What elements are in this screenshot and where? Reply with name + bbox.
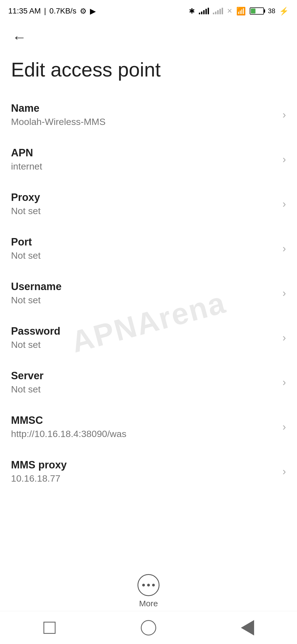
settings-label-proxy: Proxy	[11, 192, 277, 203]
settings-icon: ⚙	[80, 7, 87, 16]
settings-item-username[interactable]: Username Not set ›	[0, 271, 297, 315]
back-arrow-icon: ←	[12, 29, 26, 45]
settings-item-password[interactable]: Password Not set ›	[0, 315, 297, 360]
chevron-right-icon-mmsc: ›	[282, 421, 286, 433]
settings-label-username: Username	[11, 281, 277, 293]
speed-display: 0.7KB/s	[50, 7, 76, 15]
more-button[interactable]: More	[138, 574, 160, 608]
camera-icon: ▶	[90, 7, 96, 16]
settings-label-password: Password	[11, 325, 277, 337]
settings-item-content-server: Server Not set	[11, 370, 277, 395]
chevron-right-icon-username: ›	[282, 287, 286, 299]
back-nav-button[interactable]	[231, 617, 264, 639]
settings-item-content-proxy: Proxy Not set	[11, 192, 277, 216]
settings-item-proxy[interactable]: Proxy Not set ›	[0, 182, 297, 226]
more-label: More	[139, 599, 158, 608]
battery-percent: 38	[268, 7, 275, 15]
settings-label-server: Server	[11, 370, 277, 382]
chevron-right-icon-apn: ›	[282, 154, 286, 165]
settings-value-port: Not set	[11, 250, 277, 261]
settings-label-name: Name	[11, 102, 277, 114]
chevron-right-icon-name: ›	[282, 109, 286, 121]
more-dot-1	[142, 584, 145, 586]
settings-item-content-mms-proxy: MMS proxy 10.16.18.77	[11, 459, 277, 484]
time-display: 11:35 AM	[8, 7, 41, 15]
more-dot-2	[147, 584, 150, 586]
more-circle-icon	[138, 574, 160, 596]
bottom-nav	[0, 611, 297, 644]
settings-value-mmsc: http://10.16.18.4:38090/was	[11, 429, 277, 439]
home-icon	[141, 620, 156, 635]
settings-value-apn: internet	[11, 161, 277, 172]
status-bar: 11:35 AM | 0.7KB/s ⚙ ▶ ✱ ✕ 📶 38 ⚡	[0, 0, 297, 22]
settings-label-port: Port	[11, 236, 277, 248]
back-nav-icon	[241, 620, 254, 635]
settings-value-mms-proxy: 10.16.18.77	[11, 473, 277, 484]
settings-label-mms-proxy: MMS proxy	[11, 459, 277, 471]
settings-value-name: Moolah-Wireless-MMS	[11, 116, 277, 127]
signal-bars-2	[213, 8, 223, 14]
settings-item-content-port: Port Not set	[11, 236, 277, 261]
battery-icon	[250, 7, 264, 15]
chevron-right-icon-port: ›	[282, 243, 286, 255]
settings-item-name[interactable]: Name Moolah-Wireless-MMS ›	[0, 92, 297, 137]
chevron-right-icon-proxy: ›	[282, 198, 286, 210]
page-title: Edit access point	[11, 58, 286, 81]
settings-item-content-name: Name Moolah-Wireless-MMS	[11, 102, 277, 127]
more-dot-3	[152, 584, 155, 586]
settings-item-content-password: Password Not set	[11, 325, 277, 350]
settings-label-mmsc: MMSC	[11, 414, 277, 426]
settings-item-mms-proxy[interactable]: MMS proxy 10.16.18.77 ›	[0, 449, 297, 494]
settings-value-proxy: Not set	[11, 206, 277, 216]
recents-button[interactable]	[33, 617, 66, 639]
chevron-right-icon-server: ›	[282, 376, 286, 388]
settings-value-server: Not set	[11, 384, 277, 395]
no-signal-icon: ✕	[227, 7, 232, 15]
settings-value-password: Not set	[11, 339, 277, 350]
settings-value-username: Not set	[11, 295, 277, 305]
settings-item-content-mmsc: MMSC http://10.16.18.4:38090/was	[11, 414, 277, 439]
wifi-icon: 📶	[236, 7, 246, 16]
settings-item-apn[interactable]: APN internet ›	[0, 137, 297, 182]
settings-item-content-username: Username Not set	[11, 281, 277, 305]
settings-item-server[interactable]: Server Not set ›	[0, 360, 297, 405]
settings-list: Name Moolah-Wireless-MMS › APN internet …	[0, 92, 297, 494]
home-button[interactable]	[132, 617, 165, 639]
signal-bars-1	[199, 8, 209, 14]
status-left: 11:35 AM | 0.7KB/s ⚙ ▶	[8, 7, 96, 16]
settings-label-apn: APN	[11, 147, 277, 159]
chevron-right-icon-password: ›	[282, 332, 286, 344]
recents-icon	[43, 622, 56, 634]
page-title-container: Edit access point	[0, 52, 297, 92]
top-nav: ←	[0, 22, 297, 52]
back-button[interactable]: ←	[8, 26, 30, 48]
separator: |	[44, 7, 46, 15]
status-right: ✱ ✕ 📶 38 ⚡	[189, 7, 289, 16]
bluetooth-icon: ✱	[189, 7, 195, 15]
chevron-right-icon-mms-proxy: ›	[282, 466, 286, 477]
settings-item-port[interactable]: Port Not set ›	[0, 226, 297, 271]
settings-item-mmsc[interactable]: MMSC http://10.16.18.4:38090/was ›	[0, 405, 297, 449]
settings-item-content-apn: APN internet	[11, 147, 277, 172]
charging-icon: ⚡	[279, 7, 289, 16]
